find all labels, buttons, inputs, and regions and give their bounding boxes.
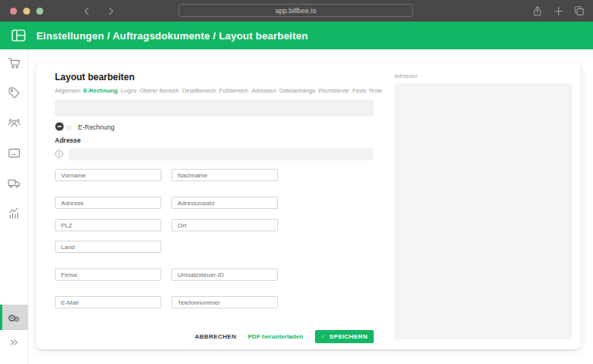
sidebar-item-settings[interactable]: ⚙⚙ [0,305,28,330]
tab-oberer-bereich[interactable]: Oberer Bereich [140,87,179,94]
preview-label: Adressen [395,73,572,79]
email-input[interactable] [55,296,161,308]
tab-overview-icon[interactable] [573,5,585,17]
sidebar: ⚙⚙ [0,49,29,364]
collapse-minus-icon[interactable] [55,120,64,134]
sidebar-item-products[interactable] [0,79,28,110]
card-footer: ABBRECHEN PDF herunterladen ✓SPEICHERN [55,330,374,343]
tab-logos[interactable]: Logos [120,87,136,94]
address-group-label: Adresse [55,137,374,144]
plz-input[interactable] [55,219,161,231]
info-panel [55,99,374,116]
preview-column: Adressen [374,63,581,349]
tab-adressen[interactable]: Adressen [252,87,276,94]
section-label: E-Rechnung [78,123,114,131]
sidebar-spacer [0,230,28,305]
sidebar-item-orders[interactable] [0,49,28,79]
tab-allgemein[interactable]: Allgemein [55,87,80,94]
layout-editor-card: Layout bearbeiten Allgemein E-Rechnung L… [36,63,581,349]
tab-fussbereich[interactable]: Fußbereich [219,87,249,94]
vorname-input[interactable] [55,169,161,181]
save-button[interactable]: ✓SPEICHERN [315,330,374,343]
forward-icon[interactable] [106,6,116,16]
close-window-button[interactable] [10,8,17,15]
e-rechnung-section-header[interactable]: E-Rechnung [55,123,374,132]
info-icon [55,147,63,161]
check-icon: ✓ [321,333,327,340]
save-button-label: SPEICHERN [330,333,368,340]
address-bar[interactable]: app.billbee.io [178,4,413,17]
stats-chart-icon [7,206,22,224]
truck-icon [7,176,22,194]
settings-gears-icon: ⚙⚙ [8,311,23,325]
sidebar-expand-button[interactable] [0,330,28,358]
tab-detailbereich[interactable]: Detailbereich [182,87,216,94]
cart-icon [7,56,22,73]
sidebar-item-shipping[interactable] [0,170,28,200]
app-header: Einstellungen / Auftragsdokumente / Layo… [0,22,593,49]
tab-rechtstexte[interactable]: Rechtstexte [319,87,350,94]
window-controls [10,8,43,15]
main-content: Layout bearbeiten Allgemein E-Rechnung L… [29,49,593,364]
sidebar-item-customers[interactable] [0,110,28,140]
tab-e-rechnung[interactable]: E-Rechnung [83,87,117,94]
firma-input[interactable] [55,268,161,281]
pdf-download-link[interactable]: PDF herunterladen [248,333,303,340]
nachname-input[interactable] [171,169,278,181]
address-info-row [55,147,374,161]
cancel-button[interactable]: ABBRECHEN [195,333,236,340]
page-title: Layout bearbeiten [55,72,374,82]
sidebar-item-statistics[interactable] [0,200,28,230]
browser-window: app.billbee.io Einstellungen / Auftragsd… [0,0,593,364]
tab-dateianhaenge[interactable]: Dateianhänge [280,87,316,94]
back-icon[interactable] [82,6,92,16]
expand-chevrons-icon [8,337,19,351]
sidebar-item-invoices[interactable] [0,140,28,170]
telefonnummer-input[interactable] [171,296,278,308]
address-form [55,169,374,308]
adressen-preview-panel [395,83,572,339]
section-checkbox[interactable] [66,125,72,130]
minimize-window-button[interactable] [23,8,30,15]
breadcrumb: Einstellungen / Auftragsdokumente / Layo… [36,30,308,42]
new-tab-plus-icon[interactable] [552,5,564,17]
invoice-card-icon [7,146,22,163]
form-column: Layout bearbeiten Allgemein E-Rechnung L… [36,63,374,349]
land-input[interactable] [55,241,161,253]
tab-bar: Allgemein E-Rechnung Logos Oberer Bereic… [55,87,382,94]
address-format-input[interactable] [69,148,373,160]
share-icon[interactable] [531,5,544,17]
url-text: app.billbee.io [275,7,316,15]
adresse-input[interactable] [55,197,161,209]
browser-chrome: app.billbee.io [0,0,593,22]
users-icon [7,116,22,133]
umsatzsteuer-id-input[interactable] [171,268,278,281]
maximize-window-button[interactable] [36,8,43,15]
adresszusatz-input[interactable] [171,197,278,209]
ort-input[interactable] [171,219,278,231]
tag-icon [7,86,22,103]
billbee-logo-icon[interactable] [10,27,27,44]
